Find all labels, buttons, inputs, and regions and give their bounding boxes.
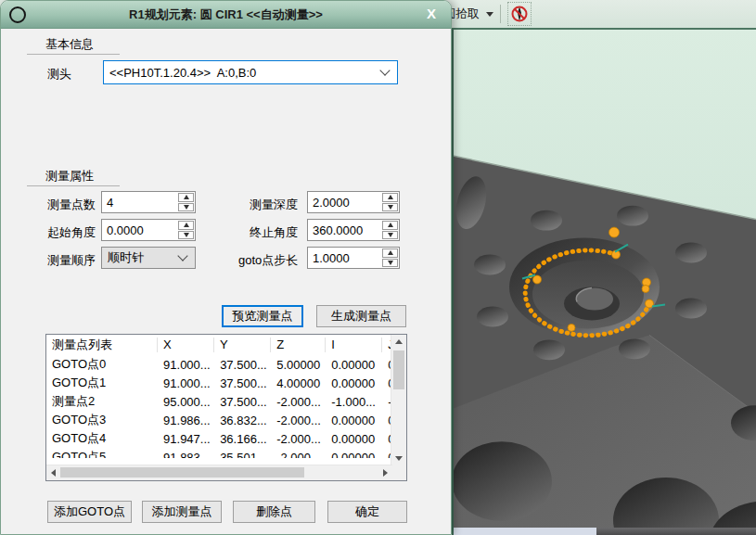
col-header-x[interactable]: X <box>158 338 214 352</box>
table-horizontal-scrollbar[interactable] <box>46 465 392 480</box>
point-count-spinner[interactable]: 4 <box>101 191 196 213</box>
row-name: GOTO点1 <box>46 375 158 391</box>
bottom-scrollbar-thumb[interactable] <box>596 528 756 535</box>
bottom-scrollbar-track[interactable] <box>454 528 596 535</box>
col-header-y[interactable]: Y <box>214 338 271 352</box>
table-row[interactable]: GOTO点1 91.000... 37.500... 4.00000 0.000… <box>46 374 406 392</box>
row-x: 91.883... <box>158 451 214 459</box>
spinner-buttons <box>381 248 399 268</box>
depth-label: 测量深度 <box>250 197 298 213</box>
scroll-down-icon[interactable] <box>391 452 406 465</box>
table-header: 测量点列表 X Y Z I J <box>46 335 406 355</box>
section-measure-props: 测量属性 <box>45 168 94 185</box>
vertical-scroll-thumb[interactable] <box>393 350 404 389</box>
spinner-down-icon[interactable] <box>178 231 194 240</box>
end-angle-value: 360.0000 <box>308 220 381 240</box>
spinner-up-icon[interactable] <box>382 193 398 202</box>
goto-step-spinner[interactable]: 1.0000 <box>307 247 400 269</box>
spinner-buttons <box>177 220 195 240</box>
spinner-buttons <box>381 192 399 212</box>
no-probe-button[interactable] <box>507 2 532 26</box>
row-i: 0.00000 <box>326 414 382 427</box>
row-z: 4.00000 <box>271 376 326 390</box>
spinner-down-icon[interactable] <box>382 259 398 268</box>
dropdown-arrow-icon[interactable] <box>486 12 493 17</box>
row-i: 0.00000 <box>326 358 382 372</box>
table-row[interactable]: GOTO点4 91.947... 36.166... -2.000... 0.0… <box>46 429 406 448</box>
table-row[interactable]: GOTO点5 91.883... 35.501... -2.000... 0.0… <box>46 448 406 458</box>
measure-points-table[interactable]: 测量点列表 X Y Z I J GOTO点0 91.000... 37.500.… <box>45 334 407 481</box>
delete-point-button[interactable]: 删除点 <box>233 501 315 523</box>
order-label: 测量顺序 <box>47 252 96 269</box>
col-header-name[interactable]: 测量点列表 <box>46 338 158 352</box>
spinner-down-icon[interactable] <box>382 231 398 240</box>
row-i: 0.00000 <box>326 376 382 390</box>
spinner-buttons <box>177 192 195 212</box>
section-divider-2 <box>27 185 120 186</box>
row-name: GOTO点0 <box>46 356 158 373</box>
no-probe-icon <box>510 5 529 23</box>
scroll-left-icon[interactable] <box>46 465 60 480</box>
row-x: 91.986... <box>158 414 214 427</box>
table-row[interactable]: GOTO点0 91.000... 37.500... 5.00000 0.000… <box>46 355 406 374</box>
row-i: 0.00000 <box>326 432 382 446</box>
section-basic-info: 基本信息 <box>45 36 94 53</box>
start-angle-spinner[interactable]: 0.0000 <box>101 219 196 241</box>
probe-select[interactable]: <<PH10T.1.20.4>> A:0,B:0 <box>103 60 398 84</box>
dialog-title: R1规划元素: 圆 CIR1 <<自动测量>> <box>1 6 451 23</box>
col-header-i[interactable]: I <box>326 338 382 352</box>
plan-element-dialog: R1规划元素: 圆 CIR1 <<自动测量>> X 基本信息 测头 <<PH10… <box>0 0 452 535</box>
depth-value: 2.0000 <box>308 192 381 212</box>
goto-step-value: 1.0000 <box>308 248 381 268</box>
spinner-up-icon[interactable] <box>382 221 398 230</box>
row-y: 37.500... <box>214 376 271 390</box>
spinner-down-icon[interactable] <box>382 203 398 212</box>
row-x: 95.000... <box>158 395 214 409</box>
scroll-right-icon[interactable] <box>378 465 392 480</box>
row-name: GOTO点5 <box>46 449 158 458</box>
toolbar-separator <box>500 5 501 23</box>
probe-value: <<PH10T.1.20.4>> A:0,B:0 <box>109 66 256 80</box>
row-x: 91.947... <box>158 432 214 446</box>
row-x: 91.000... <box>158 376 214 390</box>
table-row[interactable]: 测量点2 95.000... 37.500... -2.000... -1.00… <box>46 392 406 411</box>
point-count-label: 测量点数 <box>47 197 96 213</box>
goto-step-label: goto点步长 <box>238 252 298 269</box>
scroll-up-icon[interactable] <box>391 335 406 349</box>
depth-spinner[interactable]: 2.0000 <box>307 191 400 213</box>
dialog-titlebar[interactable]: R1规划元素: 圆 CIR1 <<自动测量>> X <box>1 1 451 29</box>
row-name: 测量点2 <box>46 393 158 410</box>
spinner-up-icon[interactable] <box>382 248 398 258</box>
chevron-down-icon <box>177 250 187 261</box>
ok-button[interactable]: 确定 <box>327 501 407 523</box>
row-i: -1.000... <box>326 395 382 409</box>
table-vertical-scrollbar[interactable] <box>391 335 406 465</box>
section-divider <box>27 54 120 55</box>
row-y: 36.832... <box>214 414 271 427</box>
viewport-left-border <box>452 30 454 535</box>
cad-scene[interactable] <box>452 30 756 528</box>
spinner-buttons <box>381 220 399 240</box>
table-row[interactable]: GOTO点3 91.986... 36.832... -2.000... 0.0… <box>46 411 406 429</box>
preview-points-button[interactable]: 预览测量点 <box>222 305 303 327</box>
add-measure-point-button[interactable]: 添加测量点 <box>142 501 222 523</box>
spinner-up-icon[interactable] <box>178 193 194 202</box>
spinner-down-icon[interactable] <box>178 203 194 212</box>
row-z: 5.00000 <box>271 358 326 372</box>
generate-points-button[interactable]: 生成测量点 <box>316 305 406 327</box>
row-y: 35.501... <box>214 451 271 459</box>
row-z: -2.000... <box>271 432 326 446</box>
close-icon[interactable]: X <box>427 6 436 21</box>
col-header-z[interactable]: Z <box>271 338 326 352</box>
horizontal-scroll-thumb[interactable] <box>60 467 304 478</box>
row-name: GOTO点4 <box>46 430 158 447</box>
row-name: GOTO点3 <box>46 412 158 428</box>
row-z: -2.000... <box>271 395 326 409</box>
end-angle-spinner[interactable]: 360.0000 <box>307 219 400 241</box>
start-angle-label: 起始角度 <box>47 224 96 241</box>
spinner-up-icon[interactable] <box>178 221 194 230</box>
order-select[interactable]: 顺时针 <box>101 247 196 269</box>
probe-label: 测头 <box>47 66 71 83</box>
add-goto-point-button[interactable]: 添加GOTO点 <box>47 501 132 523</box>
end-angle-label: 终止角度 <box>250 224 298 241</box>
